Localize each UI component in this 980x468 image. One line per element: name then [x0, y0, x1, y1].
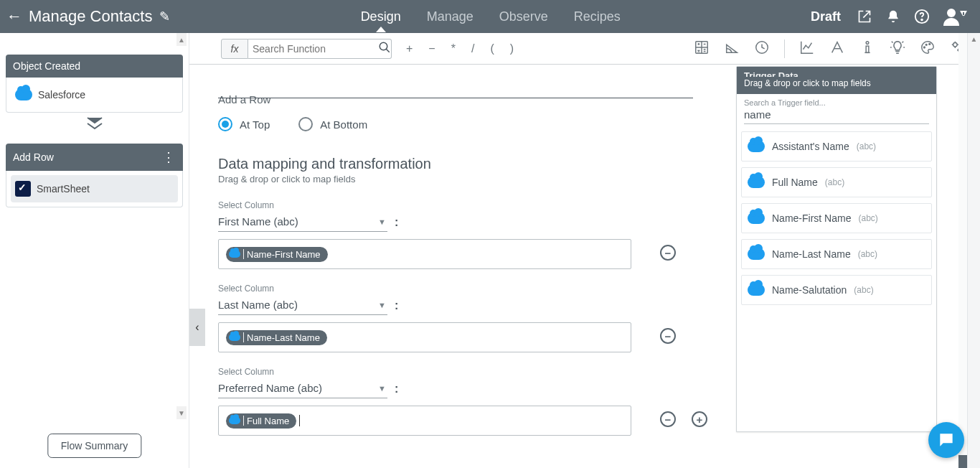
- scrollbar-thumb[interactable]: [958, 455, 967, 468]
- trigger-data-header[interactable]: Trigger Data Drag & drop or click to map…: [737, 67, 936, 94]
- column-select-value: Last Name (abc): [218, 299, 298, 311]
- radio-at-top-label: At Top: [240, 118, 270, 131]
- status-badge: Draft: [811, 9, 841, 24]
- canvas-divider: [218, 98, 693, 98]
- salesforce-icon: [748, 141, 765, 152]
- op-minus[interactable]: −: [428, 42, 435, 55]
- chip-label: Name-First Name: [247, 249, 321, 260]
- trigger-search-label: Search a Trigger field...: [744, 98, 929, 107]
- op-mult[interactable]: *: [451, 42, 456, 55]
- action-section-header[interactable]: Add Row ⋮: [6, 144, 183, 171]
- text-cursor: [299, 415, 300, 426]
- salesforce-icon: [229, 334, 240, 341]
- caret-down-icon: ▼: [378, 384, 386, 393]
- trigger-data-panel: Trigger Data Drag & drop or click to map…: [736, 66, 937, 432]
- trigger-field-label: Name-First Name: [772, 212, 851, 224]
- column-select[interactable]: First Name (abc) ▼: [218, 213, 387, 232]
- action-item[interactable]: SmartSheet: [11, 175, 178, 202]
- salesforce-icon: [229, 251, 240, 258]
- top-bar: ← Manage Contacts ✎ Design Manage Observ…: [0, 0, 980, 33]
- field-type-hint: (abc): [857, 141, 876, 151]
- op-div[interactable]: /: [471, 42, 474, 55]
- mapping-input[interactable]: Name-Last Name: [218, 322, 631, 352]
- add-row-button[interactable]: +: [692, 411, 707, 427]
- colon-separator: :: [395, 216, 398, 229]
- svg-point-9: [866, 41, 869, 44]
- text-icon[interactable]: [829, 39, 845, 58]
- rail-scroll-down-icon[interactable]: ▼: [176, 406, 187, 419]
- trigger-section-header[interactable]: Object Created: [6, 55, 183, 78]
- remove-row-button[interactable]: −: [660, 328, 676, 344]
- trigger-data-search: Search a Trigger field...: [737, 94, 936, 126]
- trigger-item-label: Salesforce: [38, 89, 85, 100]
- scroll-up-icon[interactable]: ▲: [968, 33, 980, 45]
- edit-pencil-icon[interactable]: ✎: [159, 9, 170, 24]
- inner-scrollbar[interactable]: [958, 33, 967, 468]
- avatar[interactable]: [943, 6, 967, 27]
- trigger-field-label: Full Name: [772, 177, 818, 188]
- function-search-input[interactable]: [253, 43, 378, 55]
- action-menu-icon[interactable]: ⋮: [162, 149, 176, 165]
- action-section-body: SmartSheet: [6, 171, 183, 207]
- info-icon[interactable]: [859, 39, 875, 58]
- column-select[interactable]: Preferred Name (abc) ▼: [218, 380, 387, 398]
- svg-point-10: [924, 47, 925, 48]
- back-arrow-icon[interactable]: ←: [0, 7, 29, 26]
- fx-button[interactable]: fx: [221, 39, 248, 59]
- calc-icon[interactable]: [694, 39, 710, 58]
- svg-rect-4: [963, 16, 964, 17]
- column-select-value: Preferred Name (abc): [218, 382, 322, 394]
- colon-separator: :: [395, 299, 398, 312]
- op-plus[interactable]: +: [406, 42, 413, 55]
- radio-at-bottom[interactable]: At Bottom: [298, 117, 367, 131]
- tab-observe[interactable]: Observe: [496, 2, 551, 32]
- field-chip[interactable]: Full Name: [226, 413, 296, 429]
- flow-summary-button[interactable]: Flow Summary: [47, 434, 141, 458]
- lightbulb-icon[interactable]: [890, 39, 905, 58]
- function-search[interactable]: [248, 39, 392, 59]
- function-bar: fx + − * / ( ): [189, 33, 980, 65]
- chart-icon[interactable]: [799, 39, 815, 58]
- trigger-field[interactable]: Name-Last Name(abc): [741, 239, 932, 269]
- trigger-item[interactable]: Salesforce: [11, 82, 178, 108]
- main-area: fx + − * / ( ) Add: [189, 33, 980, 468]
- remove-row-button[interactable]: −: [660, 411, 676, 427]
- bell-icon[interactable]: [885, 9, 901, 24]
- radio-at-top[interactable]: At Top: [218, 117, 270, 131]
- tab-recipes[interactable]: Recipes: [571, 2, 623, 32]
- topbar-right: Draft: [811, 6, 980, 27]
- salesforce-icon: [748, 177, 765, 188]
- search-icon[interactable]: [378, 41, 391, 57]
- field-chip[interactable]: Name-Last Name: [226, 330, 327, 345]
- collapse-rail-button[interactable]: ‹: [189, 309, 205, 346]
- salesforce-icon: [748, 248, 765, 260]
- trigger-search-input[interactable]: [744, 107, 929, 124]
- trigger-field[interactable]: Full Name(abc): [741, 167, 932, 197]
- mapping-input[interactable]: Name-First Name: [218, 239, 631, 269]
- rail-scroll-up-icon[interactable]: ▲: [176, 33, 187, 46]
- palette-icon[interactable]: [920, 39, 936, 58]
- field-chip[interactable]: Name-First Name: [226, 247, 328, 262]
- tab-design[interactable]: Design: [358, 2, 404, 32]
- salesforce-icon: [748, 284, 765, 296]
- field-type-hint: (abc): [858, 213, 877, 223]
- outer-scrollbar[interactable]: ▲: [967, 33, 980, 468]
- clock-icon[interactable]: [754, 39, 770, 58]
- open-external-icon[interactable]: [857, 9, 872, 24]
- main-tabs: Design Manage Observe Recipes: [170, 2, 811, 32]
- trigger-field[interactable]: Assistant's Name(abc): [741, 131, 932, 162]
- column-select[interactable]: Last Name (abc) ▼: [218, 296, 387, 315]
- salesforce-icon: [748, 212, 765, 224]
- chat-fab-button[interactable]: [928, 422, 964, 458]
- op-rparen[interactable]: ): [510, 42, 514, 55]
- toolbar-divider: [784, 39, 785, 58]
- remove-row-button[interactable]: −: [660, 245, 676, 261]
- field-type-hint: (abc): [825, 177, 844, 187]
- op-lparen[interactable]: (: [490, 42, 494, 55]
- trigger-field[interactable]: Name-Salutation(abc): [741, 275, 932, 305]
- angle-icon[interactable]: [724, 39, 740, 58]
- trigger-field[interactable]: Name-First Name(abc): [741, 203, 932, 233]
- tab-manage[interactable]: Manage: [424, 2, 476, 32]
- help-icon[interactable]: [914, 9, 930, 24]
- mapping-input[interactable]: Full Name: [218, 406, 631, 436]
